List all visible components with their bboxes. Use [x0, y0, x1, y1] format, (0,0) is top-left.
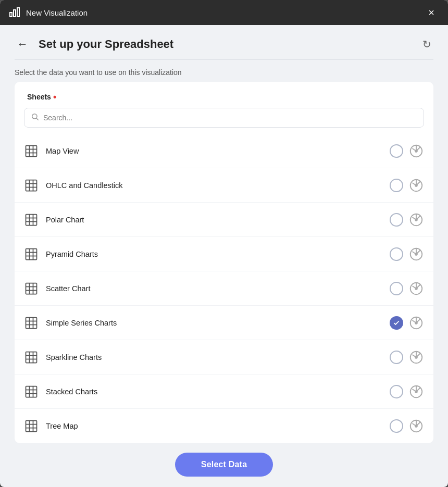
list-item[interactable]: Pyramid Charts	[15, 237, 433, 271]
svg-line-4	[36, 118, 39, 120]
search-icon	[31, 113, 39, 123]
list-item[interactable]: Tree Map	[15, 409, 433, 443]
svg-rect-40	[26, 317, 37, 328]
close-button[interactable]: ×	[423, 4, 440, 21]
svg-point-67	[415, 425, 417, 427]
modal-body: ← Set up your Spreadsheet ↻ Select the d…	[0, 25, 448, 443]
item-actions	[390, 246, 424, 262]
item-name: Sparkline Charts	[46, 353, 390, 361]
sheets-list: Map View OHLC and Candlestick Polar Char…	[15, 134, 433, 443]
required-dot: •	[53, 92, 56, 102]
svg-point-53	[415, 356, 417, 358]
chart-preview-icon	[408, 178, 424, 193]
item-name: Simple Series Charts	[46, 319, 390, 327]
chart-preview-icon	[408, 246, 424, 262]
search-container	[15, 108, 433, 134]
radio-unselected[interactable]	[390, 213, 403, 227]
svg-rect-0	[10, 13, 12, 17]
chart-preview-icon	[408, 143, 424, 159]
item-actions	[390, 349, 424, 365]
list-item[interactable]: Scatter Chart	[15, 271, 433, 306]
svg-rect-12	[26, 180, 37, 191]
svg-rect-1	[14, 10, 16, 17]
svg-rect-26	[26, 248, 37, 259]
item-name: Pyramid Charts	[46, 250, 390, 258]
svg-point-46	[415, 322, 417, 324]
chart-preview-icon	[408, 349, 424, 365]
sheets-section-label: Sheets •	[15, 82, 433, 108]
item-name: Stacked Charts	[46, 388, 390, 396]
svg-rect-54	[26, 386, 37, 397]
sheet-icon	[24, 247, 39, 261]
svg-rect-5	[26, 145, 37, 156]
back-button[interactable]: ←	[15, 35, 30, 53]
modal-title: New Visualization	[26, 8, 88, 17]
item-name: Polar Chart	[46, 216, 390, 224]
sheet-icon	[24, 281, 39, 296]
radio-unselected[interactable]	[390, 419, 403, 433]
bar-chart-icon	[8, 6, 21, 19]
radio-unselected[interactable]	[390, 282, 403, 295]
item-name: Scatter Chart	[46, 284, 390, 293]
sheet-icon	[24, 419, 39, 433]
subtitle-text: Select the data you want to use on this …	[15, 60, 433, 82]
item-actions	[390, 143, 424, 159]
list-item[interactable]: OHLC and Candlestick	[15, 168, 433, 203]
chart-preview-icon	[408, 281, 424, 296]
sheet-icon	[24, 316, 39, 330]
radio-selected[interactable]	[390, 316, 403, 330]
svg-point-60	[415, 391, 417, 393]
list-item[interactable]: Stacked Charts	[15, 374, 433, 409]
sheet-icon	[24, 384, 39, 399]
svg-rect-19	[26, 214, 37, 225]
select-data-button[interactable]: Select Data	[175, 453, 273, 477]
svg-rect-33	[26, 283, 37, 294]
modal-overlay: New Visualization × ← Set up your Spread…	[0, 0, 448, 487]
radio-unselected[interactable]	[390, 351, 403, 364]
item-actions	[390, 384, 424, 399]
content-area: Sheets •	[15, 82, 433, 443]
list-item[interactable]: Sparkline Charts	[15, 340, 433, 374]
back-icon: ←	[17, 38, 28, 51]
svg-point-39	[415, 288, 417, 290]
modal-header: ← Set up your Spreadsheet ↻	[15, 25, 433, 60]
close-icon: ×	[428, 7, 434, 19]
chart-preview-icon	[408, 212, 424, 228]
chart-preview-icon	[408, 418, 424, 434]
radio-unselected[interactable]	[390, 144, 403, 158]
refresh-button[interactable]: ↻	[420, 36, 433, 53]
list-item[interactable]: Simple Series Charts	[15, 306, 433, 340]
sheet-icon	[24, 178, 39, 193]
radio-unselected[interactable]	[390, 385, 403, 398]
sheet-icon	[24, 350, 39, 365]
list-item[interactable]: Map View	[15, 134, 433, 168]
item-actions	[390, 315, 424, 331]
search-input[interactable]	[43, 114, 417, 122]
item-actions	[390, 281, 424, 296]
item-name: Map View	[46, 147, 390, 155]
sheet-icon	[24, 144, 39, 158]
sheets-label-text: Sheets	[27, 93, 51, 101]
item-actions	[390, 418, 424, 434]
item-actions	[390, 178, 424, 193]
titlebar: New Visualization ×	[0, 0, 448, 25]
svg-rect-61	[26, 421, 37, 432]
item-name: OHLC and Candlestick	[46, 181, 390, 190]
radio-unselected[interactable]	[390, 179, 403, 192]
item-name: Tree Map	[46, 422, 390, 430]
modal-dialog: New Visualization × ← Set up your Spread…	[0, 0, 448, 487]
list-item[interactable]: Polar Chart	[15, 203, 433, 237]
svg-point-11	[415, 150, 417, 152]
svg-point-18	[415, 184, 417, 186]
chart-preview-icon	[408, 384, 424, 399]
search-box	[24, 108, 424, 128]
chart-preview-icon	[408, 315, 424, 331]
header-left: ← Set up your Spreadsheet	[15, 35, 173, 53]
item-actions	[390, 212, 424, 228]
radio-unselected[interactable]	[390, 247, 403, 261]
footer: Select Data	[0, 443, 448, 487]
svg-point-25	[415, 219, 417, 221]
svg-point-32	[415, 253, 417, 255]
svg-rect-2	[17, 8, 19, 17]
refresh-icon: ↻	[422, 38, 431, 51]
